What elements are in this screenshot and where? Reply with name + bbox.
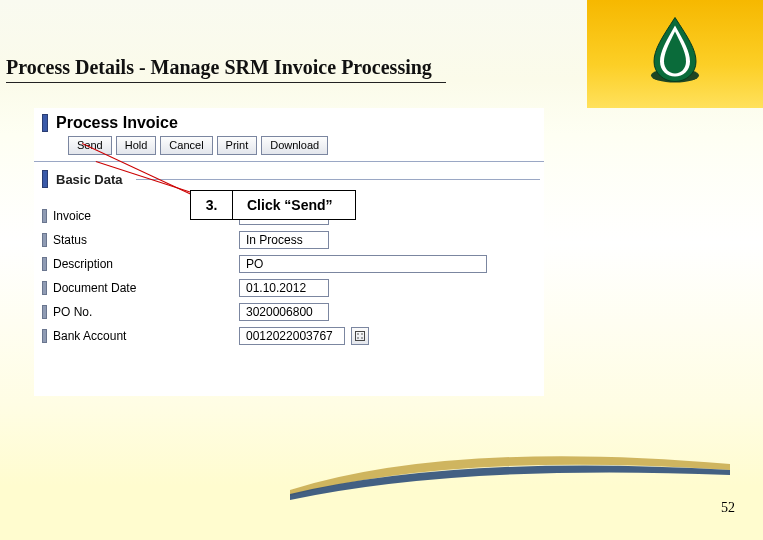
- label-status: Status: [53, 233, 233, 247]
- slide-title: Process Details - Manage SRM Invoice Pro…: [6, 56, 432, 79]
- slide-header: Process Details - Manage SRM Invoice Pro…: [0, 0, 763, 110]
- hold-button[interactable]: Hold: [116, 136, 157, 155]
- field-bar-icon: [42, 257, 47, 271]
- section-divider: [136, 179, 540, 180]
- value-status[interactable]: In Process: [239, 231, 329, 249]
- svg-rect-1: [356, 332, 365, 341]
- label-bank-account: Bank Account: [53, 329, 233, 343]
- field-row-document-date: Document Date 01.10.2012: [34, 276, 544, 300]
- print-button[interactable]: Print: [217, 136, 258, 155]
- toolbar: Send Hold Cancel Print Download: [34, 134, 544, 162]
- app-screenshot: Process Invoice Send Hold Cancel Print D…: [34, 108, 544, 396]
- callout-text: Click “Send”: [233, 191, 355, 219]
- label-document-date: Document Date: [53, 281, 233, 295]
- label-po-no: PO No.: [53, 305, 233, 319]
- value-document-date[interactable]: 01.10.2012: [239, 279, 329, 297]
- svg-point-4: [357, 337, 359, 339]
- download-button[interactable]: Download: [261, 136, 328, 155]
- field-row-status: Status In Process: [34, 228, 544, 252]
- field-bar-icon: [42, 233, 47, 247]
- panel-title: Process Invoice: [56, 114, 178, 132]
- callout-box: 3. Click “Send”: [190, 190, 356, 220]
- field-bar-icon: [42, 329, 47, 343]
- field-bar-icon: [42, 281, 47, 295]
- field-row-description: Description PO: [34, 252, 544, 276]
- panel-bar-icon: [42, 114, 48, 132]
- petronas-logo-icon: [648, 16, 702, 86]
- value-bank-account[interactable]: 0012022003767: [239, 327, 345, 345]
- section-title: Basic Data: [56, 172, 122, 187]
- value-description[interactable]: PO: [239, 255, 487, 273]
- label-description: Description: [53, 257, 233, 271]
- panel-title-row: Process Invoice: [34, 108, 544, 134]
- title-underline: [6, 82, 446, 83]
- send-button[interactable]: Send: [68, 136, 112, 155]
- field-bar-icon: [42, 209, 47, 223]
- svg-point-5: [361, 337, 363, 339]
- page-number: 52: [721, 500, 735, 516]
- value-po-no[interactable]: 3020006800: [239, 303, 329, 321]
- field-row-bank-account: Bank Account 0012022003767: [34, 324, 544, 348]
- logo-block: [587, 0, 763, 108]
- svg-point-2: [357, 333, 359, 335]
- svg-point-3: [361, 333, 363, 335]
- cancel-button[interactable]: Cancel: [160, 136, 212, 155]
- swoosh-decoration-icon: [290, 430, 730, 510]
- field-bar-icon: [42, 305, 47, 319]
- bank-account-lookup-icon[interactable]: [351, 327, 369, 345]
- callout-step-number: 3.: [191, 191, 233, 219]
- field-row-po-no: PO No. 3020006800: [34, 300, 544, 324]
- section-bar-icon: [42, 170, 48, 188]
